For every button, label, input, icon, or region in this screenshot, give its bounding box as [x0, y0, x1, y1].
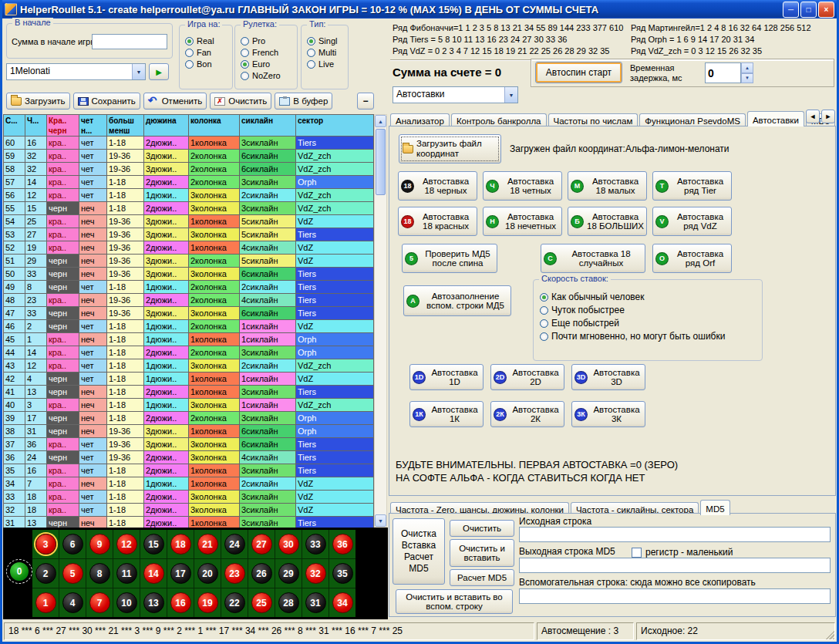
autobet-button[interactable]: VАвтоставка ряд VdZ — [652, 207, 732, 236]
radio-option-Real[interactable]: Real — [185, 36, 232, 46]
register-checkbox[interactable] — [632, 548, 642, 558]
resize-grip[interactable] — [824, 629, 834, 639]
board-number-15[interactable]: 15 — [140, 530, 167, 558]
radio-option-Почти мгновенно, но могут быть ошибки[interactable]: Почти мгновенно, но могут быть ошибки — [540, 331, 762, 342]
tab-scroll-right-icon[interactable]: ► — [821, 110, 835, 123]
radio-option-Singl[interactable]: Singl — [307, 36, 348, 46]
radio-option-French[interactable]: French — [241, 48, 297, 57]
board-number-21[interactable]: 21 — [194, 530, 221, 558]
board-number-2[interactable]: 2 — [32, 559, 59, 588]
chevron-down-icon[interactable]: ▼ — [132, 64, 145, 79]
board-number-24[interactable]: 24 — [221, 530, 248, 558]
board-number-25[interactable]: 25 — [248, 588, 275, 617]
board-number-31[interactable]: 31 — [302, 588, 329, 617]
board-number-3[interactable]: 3 — [32, 530, 59, 558]
scroll-up-icon[interactable]: ▲ — [375, 115, 386, 127]
play-button[interactable]: ▶ — [149, 63, 169, 80]
board-number-17[interactable]: 17 — [167, 559, 194, 588]
preset-combobox[interactable]: 1Melonati ▼ — [6, 63, 146, 80]
autobet-button[interactable]: ОАвтоставка ряд Orf — [652, 244, 732, 273]
close-button[interactable]: × — [818, 2, 834, 18]
autobet-button[interactable]: САвтоставка 18 случайных — [541, 244, 645, 273]
scroll-down-icon[interactable]: ▼ — [375, 514, 386, 527]
toolbar-button-Загрузить[interactable]: Загрузить — [6, 93, 70, 110]
toolbar-button-Отменить[interactable]: Отменить — [143, 93, 207, 110]
board-number-19[interactable]: 19 — [194, 588, 221, 617]
autobets-combobox[interactable]: Автоставки ▼ — [393, 86, 518, 103]
board-number-1[interactable]: 1 — [32, 588, 59, 617]
radio-option-Pro[interactable]: Pro — [241, 36, 297, 46]
minimize-button[interactable]: ─ — [783, 2, 799, 18]
md5-clear-button[interactable]: Очистить — [450, 520, 514, 537]
radio-option-Как обычный человек[interactable]: Как обычный человек — [540, 292, 762, 302]
board-number-8[interactable]: 8 — [86, 559, 113, 588]
autobet-button[interactable]: 18Автоставка 18 черных — [398, 171, 477, 201]
board-number-30[interactable]: 30 — [275, 530, 302, 558]
board-number-34[interactable]: 34 — [329, 588, 355, 617]
maximize-button[interactable]: □ — [800, 2, 817, 18]
aux-string-input[interactable] — [519, 588, 831, 604]
toolbar-button-Очистить[interactable]: Очистить — [210, 93, 271, 110]
radio-option-NoZero[interactable]: NoZero — [241, 71, 297, 80]
board-number-36[interactable]: 36 — [329, 530, 355, 558]
md5-clear-paste-aux-button[interactable]: Очистить и вставить во вспом. строку — [396, 589, 513, 614]
board-number-33[interactable]: 33 — [302, 530, 329, 558]
zero-chip[interactable]: 0 — [10, 562, 29, 581]
board-number-5[interactable]: 5 — [59, 559, 86, 588]
md5-calc-button[interactable]: Расчет MD5 — [450, 569, 514, 586]
start-sum-input[interactable] — [92, 34, 167, 49]
autobet-button[interactable]: 18Автоставка 18 красных — [398, 207, 477, 236]
radio-option-Fan[interactable]: Fan — [185, 48, 232, 57]
board-number-26[interactable]: 26 — [248, 559, 275, 588]
md5-combo-button[interactable]: Очистка Вставка Расчет MD5 — [393, 518, 445, 585]
autobet-button[interactable]: ТАвтоставка ряд Tier — [652, 171, 732, 201]
output-string-input[interactable] — [519, 558, 831, 573]
chevron-down-icon[interactable]: ▼ — [504, 87, 517, 103]
autobet-button[interactable]: БАвтоставка 18 БОЛЬШИХ — [568, 207, 647, 236]
board-number-12[interactable]: 12 — [113, 530, 140, 558]
autobet-button[interactable]: 1КАвтоставка 1К — [409, 401, 484, 427]
autobet-button[interactable]: ЧАвтоставка 18 четных — [483, 171, 562, 201]
autobet-button[interactable]: 2КАвтоставка 2К — [490, 401, 564, 427]
board-number-27[interactable]: 27 — [248, 530, 275, 558]
source-string-input[interactable] — [519, 527, 831, 542]
tab-MD5[interactable]: MD5 — [700, 500, 729, 515]
collapse-button[interactable]: − — [357, 93, 374, 110]
board-number-35[interactable]: 35 — [329, 559, 355, 588]
board-number-28[interactable]: 28 — [275, 588, 302, 617]
delay-input[interactable] — [705, 62, 741, 83]
autobet-button[interactable]: МАвтоставка 18 малых — [568, 171, 647, 201]
autobet-button[interactable]: НАвтоставка 18 нечетных — [483, 207, 562, 236]
autospin-start-button[interactable]: Автоспин старт — [535, 62, 622, 83]
tab-scroll-left-icon[interactable]: ◄ — [806, 110, 820, 123]
tab-Автоставки[interactable]: Автоставки — [747, 111, 804, 126]
autobet-button[interactable]: 2DАвтоставка 2D — [490, 364, 564, 390]
board-zero-selected[interactable]: 0 — [6, 559, 32, 584]
autobet-button[interactable]: 3КАвтоставка 3К — [571, 401, 645, 427]
table-scrollbar[interactable]: ▲ ▼ — [374, 114, 387, 528]
load-coordinates-button[interactable]: Загрузить файл координат — [399, 134, 501, 164]
md5-clear-paste-button[interactable]: Очистить и вставить — [450, 539, 514, 567]
autobet-button[interactable]: 5Проверить МД5 после спина — [402, 244, 497, 273]
autobet-button[interactable]: 3DАвтоставка 3D — [571, 364, 645, 390]
board-number-22[interactable]: 22 — [221, 588, 248, 617]
board-number-4[interactable]: 4 — [59, 588, 86, 617]
radio-option-Bon[interactable]: Bon — [185, 59, 232, 69]
autobet-button[interactable]: 1DАвтоставка 1D — [409, 364, 484, 390]
radio-option-Чуток побыстрее[interactable]: Чуток побыстрее — [540, 305, 762, 315]
board-number-6[interactable]: 6 — [59, 530, 86, 558]
toolbar-button-Сохранить[interactable]: Сохранить — [73, 93, 140, 110]
autobet-button[interactable]: ААвтозаполнение вспом. строки МД5 — [403, 285, 511, 316]
board-number-32[interactable]: 32 — [302, 559, 329, 588]
board-number-18[interactable]: 18 — [167, 530, 194, 558]
radio-option-Multi[interactable]: Multi — [307, 48, 348, 57]
spin-up-icon[interactable]: ▲ — [741, 62, 753, 73]
board-number-9[interactable]: 9 — [86, 530, 113, 558]
board-number-10[interactable]: 10 — [113, 588, 140, 617]
board-number-29[interactable]: 29 — [275, 559, 302, 588]
board-number-14[interactable]: 14 — [140, 559, 167, 588]
toolbar-button-В буфер[interactable]: В буфер — [275, 93, 332, 110]
board-number-23[interactable]: 23 — [221, 559, 248, 588]
scrollbar-thumb[interactable] — [376, 129, 386, 195]
radio-option-Еще побыстрей[interactable]: Еще побыстрей — [540, 318, 762, 329]
